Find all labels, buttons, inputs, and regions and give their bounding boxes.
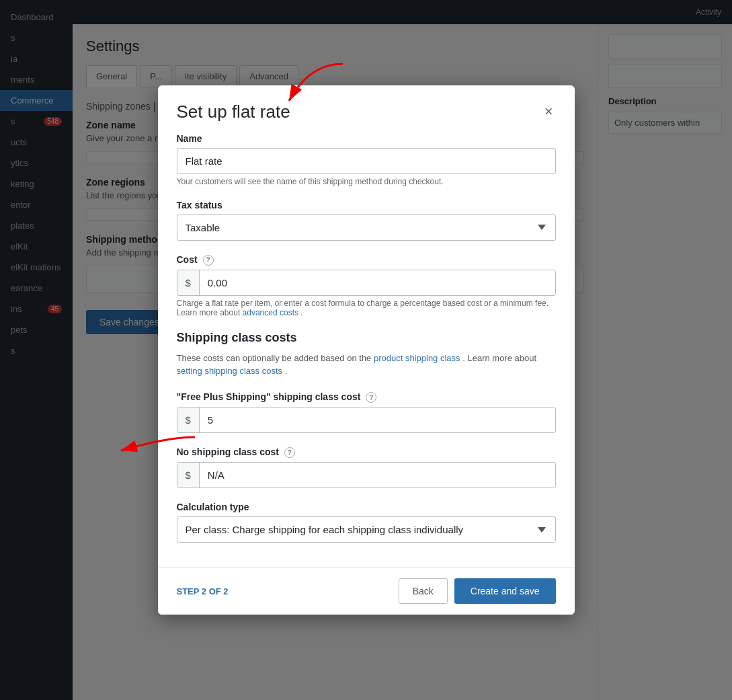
- name-label: Name: [177, 133, 556, 144]
- cost-hint: Charge a flat rate per item, or enter a …: [177, 299, 556, 317]
- calc-type-select[interactable]: Per class: Charge shipping for each ship…: [177, 516, 556, 543]
- no-shipping-label: No shipping class cost ?: [177, 446, 556, 458]
- shipping-class-title: Shipping class costs: [177, 331, 556, 345]
- shipping-class-section: Shipping class costs These costs can opt…: [177, 331, 556, 378]
- no-shipping-help-icon: ?: [284, 447, 295, 458]
- cost-label: Cost ?: [177, 254, 556, 266]
- modal-footer: STEP 2 OF 2 Back Create and save: [158, 567, 575, 615]
- cost-field-group: Cost ? $ Charge a flat rate per item, or…: [177, 254, 556, 317]
- no-shipping-currency: $: [177, 463, 200, 488]
- setting-shipping-class-costs-link[interactable]: setting shipping class costs: [177, 366, 283, 376]
- back-button[interactable]: Back: [399, 578, 448, 604]
- name-input[interactable]: [177, 148, 556, 174]
- create-and-save-button[interactable]: Create and save: [454, 578, 556, 604]
- modal: Set up flat rate × Name Your customers w…: [158, 85, 575, 615]
- tax-status-label: Tax status: [177, 200, 556, 210]
- no-shipping-input-wrap: $: [177, 462, 556, 488]
- calc-type-group: Calculation type Per class: Charge shipp…: [177, 502, 556, 543]
- modal-title: Set up flat rate: [177, 102, 290, 122]
- tax-status-select[interactable]: Taxable None: [177, 215, 556, 241]
- step-label: STEP 2 OF 2: [177, 586, 229, 596]
- modal-body[interactable]: Name Your customers will see the name of…: [158, 133, 575, 568]
- shipping-class-text: These costs can optionally be added base…: [177, 352, 556, 378]
- no-shipping-group: No shipping class cost ? $: [177, 446, 556, 488]
- free-plus-help-icon: ?: [366, 392, 376, 403]
- name-field-group: Name Your customers will see the name of…: [177, 133, 556, 186]
- no-shipping-input[interactable]: [200, 463, 555, 488]
- modal-header: Set up flat rate ×: [158, 85, 575, 133]
- tax-status-group: Tax status Taxable None: [177, 200, 556, 241]
- cost-currency: $: [177, 270, 200, 295]
- cost-input[interactable]: [200, 270, 555, 295]
- cost-input-wrap: $: [177, 270, 556, 296]
- free-plus-input[interactable]: [200, 407, 555, 432]
- free-plus-currency: $: [177, 407, 200, 432]
- product-shipping-class-link[interactable]: product shipping class: [374, 353, 460, 363]
- free-plus-group: "Free Plus Shipping" shipping class cost…: [177, 391, 556, 433]
- free-plus-input-wrap: $: [177, 407, 556, 433]
- modal-overlay: Set up flat rate × Name Your customers w…: [0, 0, 732, 700]
- modal-close-button[interactable]: ×: [542, 102, 556, 122]
- calc-type-label: Calculation type: [177, 502, 556, 512]
- name-hint: Your customers will see the name of this…: [177, 177, 556, 186]
- cost-help-icon: ?: [203, 255, 214, 266]
- footer-buttons: Back Create and save: [399, 578, 556, 604]
- advanced-costs-link[interactable]: advanced costs: [243, 308, 298, 317]
- free-plus-label: "Free Plus Shipping" shipping class cost…: [177, 391, 556, 403]
